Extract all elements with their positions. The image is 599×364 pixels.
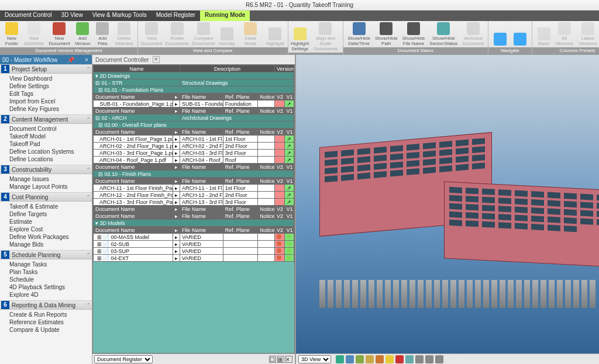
doc-name[interactable]: ARCH-13 - 3rd Floor Finish_Page … (94, 199, 173, 206)
document-grid[interactable]: NameDescriptionVersions▾ 2D Drawings⊟ 01… (92, 64, 295, 353)
group[interactable]: ⊟ 01 - STR (94, 79, 180, 86)
pan-icon[interactable] (346, 355, 354, 363)
ribbon-nav[interactable] (510, 21, 530, 47)
sidebar-item-manage-layout-points[interactable]: Manage Layout Points (0, 183, 92, 190)
sidebar-item-manage-issues[interactable]: Manage Issues (0, 175, 92, 183)
model-name[interactable]: ⊞ 📄 00-MASS Model (94, 234, 173, 241)
pin-icon[interactable]: 📌 (67, 57, 74, 63)
subgroup[interactable]: ⊟ 02.10 - Finish Plans (94, 171, 294, 178)
sidebar-section-constructability[interactable]: 3Constructability⌃ (0, 165, 92, 174)
cell[interactable]: ▸ (173, 234, 180, 241)
tool-icon[interactable] (385, 355, 394, 363)
model-name[interactable]: ⊞ 📄 03-SUP (94, 248, 173, 255)
orbit-icon[interactable] (336, 355, 344, 363)
menu-tab-model-register[interactable]: Model Register (152, 11, 200, 21)
sidebar-section-schedule-planning[interactable]: 5Schedule Planning⌃ (0, 250, 92, 259)
menu-tab-view-markup-tools[interactable]: View & Markup Tools (88, 11, 152, 21)
model-name[interactable]: ⊞ 📄 02-SUB (94, 241, 173, 248)
cell[interactable]: ▸ (173, 143, 180, 150)
sidebar-item-manage-tasks[interactable]: Manage Tasks (0, 261, 92, 268)
ribbon-show-hide-path[interactable]: Show/Hide Path (373, 21, 400, 47)
footer-icon[interactable]: ⊞ (277, 356, 284, 363)
tool-icon[interactable] (415, 355, 424, 363)
cell[interactable]: ▸ (173, 199, 180, 206)
sidebar-item-takeoff-pad[interactable]: Takeoff Pad (0, 140, 92, 148)
document-tab-close-icon[interactable]: × (153, 56, 160, 63)
document-tab[interactable]: Document Controller × (92, 55, 295, 64)
ribbon-new-document[interactable]: New Document (46, 21, 72, 47)
sidebar-item-plan-tasks[interactable]: Plan Tasks (0, 268, 92, 276)
sidebar-item-document-control[interactable]: Document Control (0, 125, 92, 133)
sidebar-section-cost-planning[interactable]: 4Cost Planning⌃ (0, 192, 92, 202)
cell[interactable]: ▸ (173, 255, 180, 262)
ribbon-show-hide-file-name[interactable]: Show/Hide File Name (400, 21, 428, 47)
model-name[interactable]: ⊞ 📄 04-EXT (94, 255, 173, 262)
tool-icon[interactable] (435, 355, 443, 363)
sidebar-item-define-locations[interactable]: Define Locations (0, 155, 92, 163)
sidebar-section-content-management[interactable]: 2Content Management⌃ (0, 115, 92, 124)
cell[interactable]: ▸ (173, 185, 180, 192)
cell[interactable]: ▸ (173, 241, 180, 248)
sidebar-item-define-location-systems[interactable]: Define Location Systems (0, 148, 92, 155)
menu-tab-3d-view[interactable]: 3D View (57, 11, 88, 21)
footer-close-icon[interactable]: × (285, 356, 292, 363)
ribbon-highlight-settings[interactable]: Highlight Settings (290, 21, 310, 53)
sidebar-item-takeoff-model[interactable]: Takeoff Model (0, 133, 92, 140)
sidebar-item-define-settings[interactable]: Define Settings (0, 82, 92, 90)
ribbon-nav[interactable] (490, 21, 510, 47)
doc-name[interactable]: ARCH-12 - 2nd Floor Finish_Page … (94, 192, 173, 199)
sidebar-item-4d-playback-settings[interactable]: 4D Playback Settings (0, 283, 92, 291)
subgroup[interactable]: ⊟ 02.00 - Overall Floor plans (94, 122, 294, 129)
sidebar-item-create-run-reports[interactable]: Create & Run Reports (0, 311, 92, 318)
zoom-icon[interactable] (356, 355, 364, 363)
sidebar-section-reporting-data-mining[interactable]: 6Reporting & Data Mining⌃ (0, 300, 92, 310)
group[interactable]: ⊟ 02 - ARCH (94, 115, 180, 122)
sidebar-item-define-key-figures[interactable]: Define Key Figures (0, 105, 92, 113)
doc-name[interactable]: ARCH-11 - 1st Floor Finish_Page 1… (94, 185, 173, 192)
sidebar-item-explore-cost[interactable]: Explore Cost (0, 226, 92, 233)
sidebar-item-compare-update[interactable]: Compare & Update (0, 326, 92, 334)
sidebar-item-view-dashboard[interactable]: View Dashboard (0, 75, 92, 82)
sidebar-item-schedule[interactable]: Schedule (0, 276, 92, 283)
ribbon-add-version[interactable]: Add Version (73, 21, 93, 47)
footer-icon[interactable]: ☐ (269, 356, 276, 363)
sidebar-item-estimate[interactable]: Estimate (0, 218, 92, 226)
sidebar-item-define-targets[interactable]: Define Targets (0, 210, 92, 218)
ribbon-show-hide-date-time[interactable]: Show/Hide Date/Time (345, 21, 373, 47)
tool-icon[interactable] (405, 355, 414, 363)
sidebar-item-reference-estimates[interactable]: Reference Estimates (0, 318, 92, 326)
sidebar-item-import-from-excel[interactable]: Import from Excel (0, 98, 92, 105)
zoom-extents-icon[interactable] (366, 355, 374, 363)
doc-name[interactable]: ARCH-01 - 1st Floor_Page 1.pdf (94, 136, 173, 143)
sidebar-item-manage-bids[interactable]: Manage Bids (0, 241, 92, 248)
cell[interactable]: ▸ (173, 248, 180, 255)
sidebar-section-project-setup[interactable]: 1Project Setup⌃ (0, 64, 92, 74)
magnet-icon[interactable] (395, 355, 404, 363)
walk-icon[interactable] (376, 355, 384, 363)
sidebar-item-define-work-packages[interactable]: Define Work Packages (0, 233, 92, 241)
viewport-view-select[interactable]: 3D View (298, 355, 331, 363)
sidebar-item-edit-tags[interactable]: Edit Tags (0, 90, 92, 98)
doc-name[interactable]: ARCH-02 - 2nd Floor_Page 1.pdf (94, 143, 173, 150)
cell[interactable]: ▸ (173, 100, 180, 108)
ribbon-add-files[interactable]: Add Files (92, 21, 112, 47)
cell[interactable]: ▸ (173, 150, 180, 157)
doc-name[interactable]: ARCH-04 - Roof_Page 1.pdf (94, 157, 173, 164)
document-footer-select[interactable]: Document Register (94, 355, 153, 363)
tool-icon[interactable] (425, 355, 433, 363)
doc-name[interactable]: SUB-01 - Foundation_Page 1.pdf (94, 100, 173, 108)
3d-viewport[interactable]: 3D View (296, 55, 599, 364)
section-label: Project Setup (12, 66, 86, 72)
menu-tab-running-mode[interactable]: Running Mode (200, 11, 250, 21)
subgroup[interactable]: ⊟ 01.01 - Foundation Plans (94, 86, 294, 93)
cell[interactable]: ▸ (173, 136, 180, 143)
cell[interactable]: ▸ (173, 157, 180, 164)
ribbon-show-hide-sector-status[interactable]: Show/Hide Sector/Status (427, 21, 460, 47)
menu-tab-document-control[interactable]: Document Control (0, 11, 57, 21)
doc-name[interactable]: ARCH-03 - 3rd Floor_Page 1.pdf (94, 150, 173, 157)
sidebar-close-icon[interactable]: × (84, 57, 89, 63)
sidebar-item-explore-4d[interactable]: Explore 4D (0, 291, 92, 299)
sidebar-item-takeoff-estimate[interactable]: Takeoff & Estimate (0, 203, 92, 210)
ribbon-new-folder[interactable]: New Folder (2, 21, 22, 47)
cell[interactable]: ▸ (173, 192, 180, 199)
